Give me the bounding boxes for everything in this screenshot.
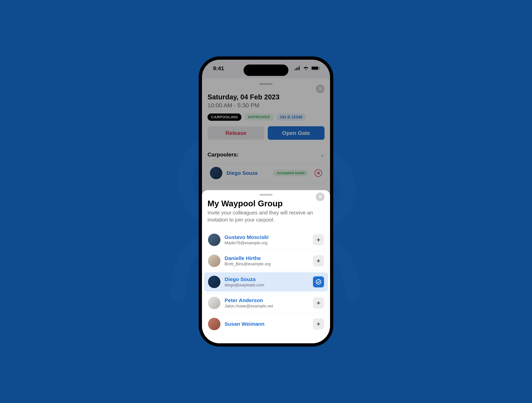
plus-icon: + xyxy=(317,299,320,307)
check-circle-icon xyxy=(316,279,321,285)
contact-email: diego@wayleadr.com xyxy=(225,283,309,287)
plus-icon: + xyxy=(317,320,320,328)
screen: 9:41 ✕ Saturday, 04 Feb 2023 10:00 AM - … xyxy=(202,60,330,343)
contact-row[interactable]: Peter AndersonJalon.Howe@example.net+ xyxy=(204,293,328,312)
contact-row[interactable]: Danielle HirtheBrett_Bins@example.org+ xyxy=(204,251,328,270)
plus-icon: + xyxy=(317,236,320,244)
add-contact-button[interactable]: + xyxy=(313,255,324,266)
avatar xyxy=(208,234,221,246)
avatar xyxy=(208,255,221,267)
contact-email: Jalon.Howe@example.net xyxy=(225,304,309,309)
add-contact-button[interactable]: + xyxy=(313,318,324,329)
sheet-handle[interactable] xyxy=(260,194,272,196)
contact-name: Gustavo Mosciski xyxy=(225,234,309,240)
add-contact-button[interactable]: + xyxy=(313,234,324,245)
dynamic-island xyxy=(244,64,288,76)
contact-name: Peter Anderson xyxy=(225,298,309,303)
contacts-list: Gustavo MosciskiMadie76@example.org+Dani… xyxy=(202,228,330,343)
waypool-sheet: ✕ My Waypool Group Invite your colleague… xyxy=(202,190,330,343)
contact-row[interactable]: Gustavo MosciskiMadie76@example.org+ xyxy=(204,230,328,249)
contact-row[interactable]: Susan Weimann+ xyxy=(204,315,328,334)
contact-name: Susan Weimann xyxy=(225,321,309,327)
plus-icon: + xyxy=(317,257,320,265)
close-button[interactable]: ✕ xyxy=(316,192,324,201)
contact-email: Madie76@example.org xyxy=(225,241,309,245)
contact-name: Diego Souza xyxy=(225,276,309,282)
avatar xyxy=(208,318,221,330)
phone-frame: 9:41 ✕ Saturday, 04 Feb 2023 10:00 AM - … xyxy=(199,56,333,347)
add-contact-button[interactable]: + xyxy=(313,298,324,309)
group-description: Invite your colleagues and they will rec… xyxy=(208,209,324,223)
group-title: My Waypool Group xyxy=(208,199,324,208)
selected-check-button[interactable] xyxy=(313,276,324,287)
contact-name: Danielle Hirthe xyxy=(225,255,309,261)
avatar xyxy=(208,276,221,288)
close-icon: ✕ xyxy=(318,194,323,200)
contact-row[interactable]: Diego Souzadiego@wayleadr.com xyxy=(204,273,328,291)
contact-email: Brett_Bins@example.org xyxy=(225,261,309,266)
avatar xyxy=(208,297,221,309)
